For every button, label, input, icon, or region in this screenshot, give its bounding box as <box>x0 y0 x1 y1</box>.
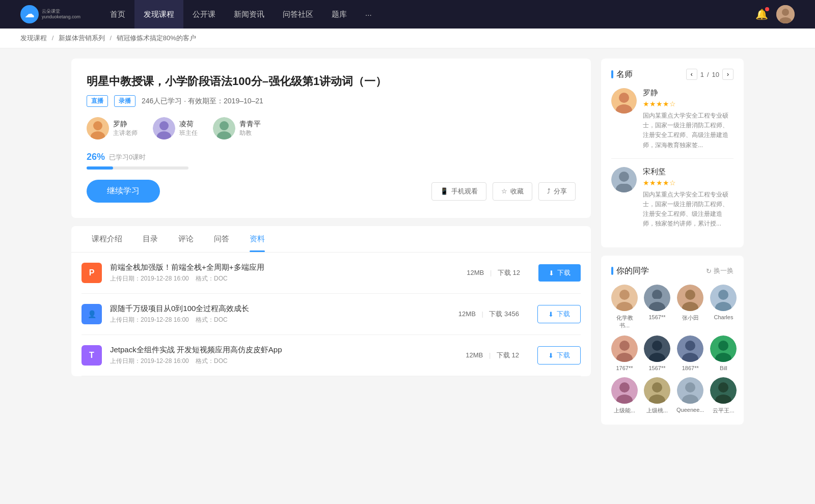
classmate-7[interactable]: 1867** <box>676 335 704 371</box>
tab-qa[interactable]: 问答 <box>204 226 239 252</box>
svg-point-27 <box>685 290 695 300</box>
teacher-divider <box>611 158 734 159</box>
file-icon-1: P <box>82 263 102 283</box>
mobile-btn[interactable]: 📱 手机观看 <box>431 182 486 201</box>
download-btn-3[interactable]: ⬇ 下载 <box>537 346 581 365</box>
breadcrumb-item-1[interactable]: 发现课程 <box>20 34 47 42</box>
classmate-11-avatar <box>677 377 703 404</box>
classmate-10[interactable]: 上级桃... <box>644 377 670 414</box>
nav-item-news[interactable]: 新闻资讯 <box>225 0 274 29</box>
file-info-1: 前端全栈加强版！前端全栈+全周期+多端应用 上传日期：2019-12-28 16… <box>110 263 448 283</box>
sidebar-teacher-1-name: 罗静 <box>643 88 734 98</box>
nav-item-discover[interactable]: 发现课程 <box>134 0 183 29</box>
nav-item-more[interactable]: ··· <box>356 0 381 29</box>
teacher-3-avatar <box>213 117 235 139</box>
classmate-5[interactable]: 1767** <box>611 335 638 371</box>
svg-point-33 <box>619 341 630 351</box>
progress-text: 已学习0课时 <box>109 153 146 162</box>
nav-item-qa[interactable]: 问答社区 <box>274 0 322 29</box>
classmate-11[interactable]: Queenee... <box>676 377 704 414</box>
sidebar-teacher-1-stars: ★★★★☆ <box>643 100 734 108</box>
breadcrumb: 发现课程 / 新媒体营销系列 / 销冠修炼术搞定80%的客户 <box>0 29 815 48</box>
bell-dot <box>765 7 769 11</box>
teacher-1-role: 主讲老师 <box>113 129 138 137</box>
classmate-9[interactable]: 上级能... <box>611 377 638 414</box>
tab-intro[interactable]: 课程介绍 <box>82 226 132 252</box>
pagination-next[interactable]: › <box>722 69 734 80</box>
teacher-1-avatar <box>87 117 109 139</box>
nav-item-open[interactable]: 公开课 <box>183 0 225 29</box>
classmate-6[interactable]: 1567** <box>644 335 670 371</box>
course-card: 明星中教授课，小学阶段语法100分–强化级第1讲动词（一） 直播 录播 246人… <box>71 59 591 218</box>
classmates-header: 你的同学 ↻ 换一换 <box>611 266 734 276</box>
download-icon-2: ⬇ <box>548 311 554 318</box>
svg-point-13 <box>619 93 629 103</box>
download-icon-3: ⬇ <box>548 352 554 359</box>
classmate-10-name: 上级桃... <box>646 407 668 414</box>
breadcrumb-sep-1: / <box>52 34 54 42</box>
collect-btn[interactable]: ☆ 收藏 <box>493 182 532 201</box>
file-info-3: Jetpack全组件实战 开发短视频应用高仿皮皮虾App 上传日期：2019-1… <box>110 345 447 366</box>
share-btn[interactable]: ⤴ 分享 <box>538 182 576 201</box>
breadcrumb-sep-2: / <box>110 34 112 42</box>
action-btns: 📱 手机观看 ☆ 收藏 ⤴ 分享 <box>431 182 576 201</box>
download-btn-2[interactable]: ⬇ 下载 <box>537 305 581 323</box>
file-list: P 前端全栈加强版！前端全栈+全周期+多端应用 上传日期：2019-12-28 … <box>71 253 591 376</box>
classmate-4[interactable]: Charles <box>710 285 737 329</box>
teachers-list: 罗静 主讲老师 凌荷 班主任 <box>87 117 576 139</box>
teacher-card-header: 名师 ‹ 1 / 10 › <box>611 69 734 80</box>
sidebar-teacher-1-avatar <box>611 88 637 114</box>
tabs-card: 课程介绍 目录 评论 问答 资料 P 前端全栈加强版！前端全栈+全周期+多端应用… <box>71 226 591 376</box>
left-content: 明星中教授课，小学阶段语法100分–强化级第1讲动词（一） 直播 录播 246人… <box>71 59 591 433</box>
teacher-2-name: 凌荷 <box>179 120 198 129</box>
nav-item-home[interactable]: 首页 <box>101 0 134 29</box>
logo[interactable]: ☁ 云朵课堂 yunduoketang.com <box>20 5 80 23</box>
svg-point-42 <box>718 341 728 351</box>
sidebar-teacher-2-desc: 国内某重点大学安全工程专业硕士，国家一级注册消防工程师、注册安全工程师、级注册建… <box>643 190 734 229</box>
pagination-prev[interactable]: ‹ <box>686 69 697 80</box>
file-name-1: 前端全栈加强版！前端全栈+全周期+多端应用 <box>110 263 448 272</box>
sidebar-teacher-2-stars: ★★★★☆ <box>643 179 734 187</box>
classmate-3[interactable]: 张小田 <box>676 285 704 329</box>
breadcrumb-item-2[interactable]: 新媒体营销系列 <box>59 34 105 42</box>
svg-point-4 <box>93 121 102 130</box>
main-content: 明星中教授课，小学阶段语法100分–强化级第1讲动词（一） 直播 录播 246人… <box>51 48 764 443</box>
sidebar: 名师 ‹ 1 / 10 › <box>601 59 744 433</box>
svg-point-54 <box>718 382 728 393</box>
refresh-icon: ↻ <box>706 267 712 275</box>
continue-btn[interactable]: 继续学习 <box>87 180 160 203</box>
pagination: ‹ 1 / 10 › <box>686 69 734 80</box>
classmate-6-avatar <box>644 335 670 362</box>
refresh-btn[interactable]: ↻ 换一换 <box>706 266 734 275</box>
sidebar-teacher-1: 罗静 ★★★★☆ 国内某重点大学安全工程专业硕士，国家一级注册消防工程师、注册安… <box>611 88 734 150</box>
breadcrumb-item-3[interactable]: 销冠修炼术搞定80%的客户 <box>117 34 196 42</box>
course-meta-text: 246人已学习 · 有效期至：2019–10–21 <box>142 97 263 106</box>
user-avatar[interactable] <box>776 5 795 23</box>
tab-catalog[interactable]: 目录 <box>132 226 168 252</box>
bell-icon[interactable]: 🔔 <box>755 8 768 20</box>
classmate-12[interactable]: 云平王... <box>710 377 737 414</box>
classmate-8[interactable]: Bill <box>710 335 737 371</box>
svg-point-1 <box>782 9 789 16</box>
sidebar-teacher-2: 宋利坚 ★★★★☆ 国内某重点大学安全工程专业硕士，国家一级注册消防工程师、注册… <box>611 167 734 229</box>
teacher-1-info: 罗静 主讲老师 <box>113 120 138 137</box>
nav-item-question[interactable]: 题库 <box>322 0 356 29</box>
classmate-3-avatar <box>677 285 703 311</box>
svg-point-45 <box>619 382 630 393</box>
file-stats-2: 12MB | 下载 3456 <box>458 310 519 319</box>
classmate-1[interactable]: 化学教书... <box>611 285 638 329</box>
tab-review[interactable]: 评论 <box>168 226 204 252</box>
classmate-7-name: 1867** <box>682 365 699 371</box>
download-btn-1[interactable]: ⬇ 下载 <box>538 264 581 282</box>
teacher-2-info: 凌荷 班主任 <box>179 120 198 137</box>
classmate-12-avatar <box>710 377 737 404</box>
sidebar-teacher-1-body: 罗静 ★★★★☆ 国内某重点大学安全工程专业硕士，国家一级注册消防工程师、注册安… <box>643 88 734 150</box>
classmate-5-name: 1767** <box>616 365 633 371</box>
progress-bar-fill <box>87 166 113 170</box>
mobile-icon: 📱 <box>440 187 448 195</box>
svg-point-23 <box>652 290 662 300</box>
sidebar-teacher-1-desc: 国内某重点大学安全工程专业硕士，国家一级注册消防工程师、注册安全工程师、高级注册… <box>643 111 734 150</box>
classmate-2[interactable]: 1567** <box>644 285 670 329</box>
teacher-1: 罗静 主讲老师 <box>87 117 138 139</box>
tab-material[interactable]: 资料 <box>239 226 275 252</box>
